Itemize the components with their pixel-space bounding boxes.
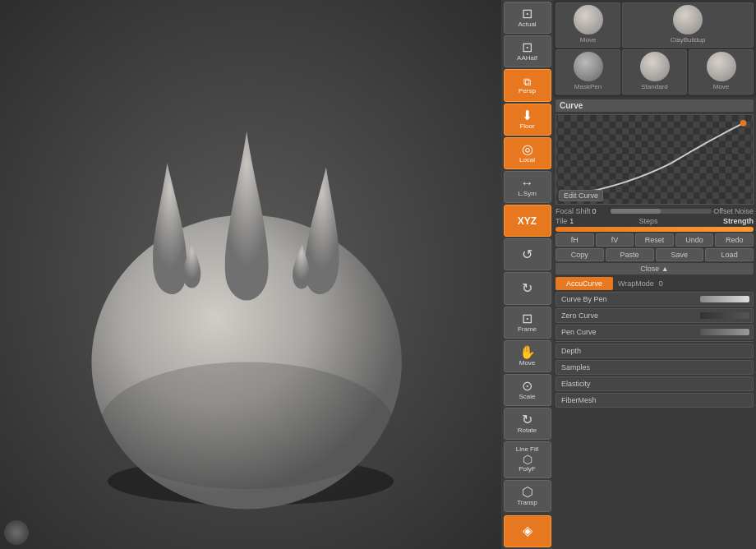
tile-label: Tile	[555, 217, 567, 225]
floor-label: Floor	[519, 123, 534, 130]
fibermesh-item[interactable]: FiberMesh	[555, 393, 754, 408]
svg-point-2	[99, 362, 394, 489]
offset-label: Offset	[713, 207, 733, 215]
rot2-button[interactable]: ↻	[504, 272, 551, 304]
curve-by-pen-swatch	[700, 296, 749, 302]
redo-button[interactable]: Redo	[715, 233, 754, 247]
aahalf-button[interactable]: ⊡ AAHalf	[504, 35, 551, 67]
focal-value: 0	[592, 207, 609, 215]
strength-label: Strength	[723, 217, 754, 225]
zero-curve-swatch	[700, 312, 749, 319]
persp-label: Persp	[519, 88, 536, 95]
xyz-icon: XYZ	[518, 216, 537, 226]
pen-curve-swatch	[700, 329, 749, 335]
noise-label: Noise	[735, 207, 754, 215]
depth-label: Depth	[561, 347, 581, 355]
wrapmode-label: WrapMode	[618, 279, 654, 288]
frame-button[interactable]: ⊡ Frame	[504, 307, 551, 339]
polyf-label: PolyF	[519, 466, 535, 473]
transp-icon: ⬡	[522, 486, 533, 499]
brush-maskpen[interactable]: MaskPen	[555, 49, 620, 95]
extra-btn[interactable]: ◈	[504, 515, 551, 547]
aahalf-label: AAHalf	[517, 55, 537, 62]
edit-curve-button[interactable]: Edit Curve	[559, 190, 603, 201]
lsym-label: L.Sym	[518, 191, 537, 197]
rotate-button[interactable]: ↻ Rotate	[504, 408, 551, 440]
move-label: Move	[519, 360, 536, 367]
zero-curve-item[interactable]: Zero Curve	[555, 308, 754, 323]
actual-label: Actual	[518, 21, 536, 28]
accucurve-row: AccuCurve WrapMode 0	[555, 277, 754, 290]
brush-claybuildup-label: ClayBuildup	[671, 36, 706, 44]
left-toolbar: ⊡ Actual ⊡ AAHalf ⧉ Persp ⬇ Floor ◎ Loca…	[501, 0, 553, 549]
depth-item[interactable]: Depth	[555, 344, 754, 358]
curve-preview[interactable]: Edit Curve	[555, 114, 754, 205]
brush-standard[interactable]: Standard	[622, 49, 687, 95]
brush-claybuildup[interactable]: ClayBuildup	[622, 2, 754, 48]
scale-button[interactable]: ⊙ Scale	[504, 374, 551, 406]
accucurve-button[interactable]: AccuCurve	[555, 277, 613, 290]
zero-curve-label: Zero Curve	[561, 311, 598, 320]
persp-icon: ⧉	[523, 76, 531, 87]
scale-icon: ⊙	[522, 380, 532, 393]
svg-point-9	[740, 120, 747, 127]
transp-button[interactable]: ⬡ Transp	[504, 480, 551, 512]
rot1-icon: ↺	[522, 248, 532, 261]
scale-label: Scale	[519, 394, 535, 400]
linefill-label: Line Fill	[516, 446, 539, 453]
xyz-button[interactable]: XYZ	[504, 205, 551, 237]
divider	[555, 341, 754, 342]
strength-slider[interactable]	[555, 227, 754, 232]
copy-button[interactable]: Copy	[555, 248, 604, 261]
focal-label: Focal Shift	[555, 207, 591, 215]
fh-fv-row: fH fV Reset Undo Redo	[555, 233, 754, 247]
actual-icon: ⊡	[522, 7, 532, 21]
floor-button[interactable]: ⬇ Floor	[504, 104, 551, 136]
linefill-icon: ⬡	[523, 454, 532, 465]
rot1-button[interactable]: ↺	[504, 238, 551, 270]
curve-by-pen-item[interactable]: Curve By Pen	[555, 292, 754, 307]
samples-label: Samples	[561, 363, 590, 371]
fh-button[interactable]: fH	[555, 233, 594, 247]
rot2-icon: ↻	[522, 282, 532, 295]
frame-icon: ⊡	[522, 312, 532, 325]
local-button[interactable]: ◎ Local	[504, 137, 551, 169]
move-button[interactable]: ✋ Move	[504, 340, 551, 372]
brush-move-top[interactable]: Move	[555, 2, 620, 48]
steps-label: Steps	[576, 217, 721, 225]
elasticity-label: Elasticity	[561, 380, 591, 388]
aahalf-icon: ⊡	[522, 41, 532, 54]
actual-button[interactable]: ⊡ Actual	[504, 2, 551, 34]
brush-standard-label: Standard	[641, 83, 667, 90]
copy-paste-row: Copy Paste Save Load	[555, 248, 754, 261]
samples-item[interactable]: Samples	[555, 360, 754, 375]
focal-slider[interactable]	[611, 209, 712, 214]
focal-row: Focal Shift 0 Offset Noise	[555, 207, 754, 215]
brush-move2-label: Move	[713, 83, 730, 90]
rotate-label: Rotate	[518, 427, 537, 434]
brush-move2[interactable]: Move	[689, 49, 754, 95]
save-button[interactable]: Save	[656, 248, 704, 261]
lsym-button[interactable]: ↔ L.Sym	[504, 171, 551, 203]
fv-button[interactable]: fV	[596, 233, 634, 247]
elasticity-item[interactable]: Elasticity	[555, 376, 754, 391]
fibermesh-label: FiberMesh	[561, 396, 597, 404]
pen-curve-item[interactable]: Pen Curve	[555, 325, 754, 339]
right-panel: Move ClayBuildup MaskPen Standard Move C…	[553, 0, 756, 549]
bottom-indicator	[4, 520, 29, 545]
close-bar[interactable]: Close ▲	[555, 263, 754, 274]
wrapmode-value: 0	[659, 279, 663, 288]
viewport[interactable]	[0, 0, 501, 549]
linefill-button[interactable]: Line Fill ⬡ PolyF	[504, 441, 551, 477]
paste-button[interactable]: Paste	[606, 248, 654, 261]
undo-button[interactable]: Undo	[675, 233, 714, 247]
load-button[interactable]: Load	[705, 248, 754, 261]
brush-move-top-label: Move	[580, 36, 597, 44]
tile-value: 1	[569, 217, 574, 225]
persp-button[interactable]: ⧉ Persp	[504, 69, 551, 101]
curve-by-pen-label: Curve By Pen	[561, 295, 607, 303]
brush-grid: Move ClayBuildup MaskPen Standard Move	[553, 0, 756, 97]
model-view	[0, 0, 501, 549]
reset-button[interactable]: Reset	[635, 233, 674, 247]
frame-label: Frame	[518, 326, 537, 333]
